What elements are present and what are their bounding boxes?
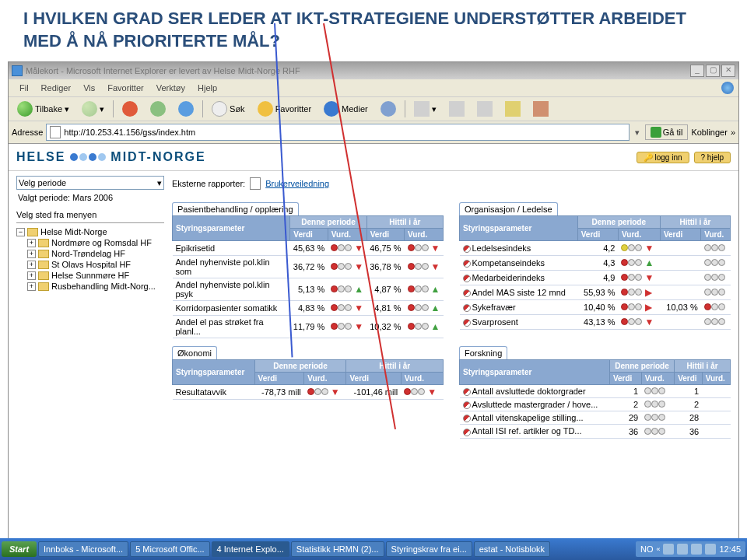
location-tree: −Helse Midt-Norge +Nordmøre og Romsdal H… bbox=[16, 226, 164, 292]
pasient-rows: Epikrisetid45,63 % ▼46,75 % ▼Andel nyhen… bbox=[173, 241, 444, 338]
table-row[interactable]: Svarprosent43,13 % ▼ bbox=[460, 315, 731, 330]
stop-button[interactable] bbox=[117, 99, 143, 119]
tray-icon[interactable] bbox=[691, 544, 702, 555]
table-row[interactable]: Sykefravær10,40 % ▶10,03 % bbox=[460, 300, 731, 315]
discuss-button[interactable] bbox=[500, 99, 526, 119]
favorites-button[interactable]: Favoritter bbox=[252, 99, 317, 119]
brand-midt: MIDT-NORGE bbox=[110, 150, 205, 164]
start-button[interactable]: Start bbox=[2, 541, 37, 557]
panel-pasient: Pasientbehandling / opplæring Styringspa… bbox=[172, 202, 444, 338]
task-btn[interactable]: Styringskrav fra ei... bbox=[386, 541, 472, 557]
address-input[interactable]: http://10.253.41.156/gss/index.htm bbox=[46, 124, 629, 141]
media-button[interactable]: Medier bbox=[318, 99, 374, 119]
login-button[interactable]: 🔑 logg inn bbox=[637, 152, 689, 163]
research-button[interactable] bbox=[528, 99, 554, 119]
address-text: http://10.253.41.156/gss/index.htm bbox=[64, 128, 195, 137]
period-select[interactable]: Velg periode ▾ bbox=[16, 176, 164, 190]
folder-icon bbox=[38, 271, 49, 280]
table-row[interactable]: Andel MAS siste 12 mnd55,93 % ▶ bbox=[460, 285, 731, 300]
table-row[interactable]: Epikrisetid45,63 % ▼46,75 % ▼ bbox=[173, 241, 444, 256]
menu-vis[interactable]: Vis bbox=[77, 82, 101, 94]
go-arrow-icon bbox=[651, 127, 661, 138]
status-ring-icon bbox=[463, 260, 471, 268]
table-row[interactable]: Medarbeiderindeks4,9 ▼ bbox=[460, 271, 731, 285]
menu-verktoy[interactable]: Verktøy bbox=[150, 82, 191, 94]
panel-org: Organisasjon / Ledelse Styringsparameter… bbox=[459, 202, 731, 338]
tree-item[interactable]: +Helse Sunnmøre HF bbox=[27, 270, 164, 281]
okonomi-rows: Resultatavvik-78,73 mill ▼-101,46 mill ▼ bbox=[173, 385, 444, 400]
external-reports: Eksterne rapporter: Brukerveiledning bbox=[172, 176, 731, 194]
tree-item[interactable]: +St Olavs Hospital HF bbox=[27, 259, 164, 270]
table-row[interactable]: Andel nyhenviste pol.klin som36,72 % ▼36… bbox=[173, 256, 444, 278]
table-row[interactable]: Antall ISI ref. artikler og TD...3636 bbox=[460, 425, 731, 438]
section-title: Økonomi bbox=[172, 346, 217, 359]
address-dropdown[interactable]: ▾ bbox=[633, 128, 642, 138]
search-button[interactable]: Søk bbox=[206, 99, 251, 119]
edit-button[interactable] bbox=[472, 99, 498, 119]
lang-indicator[interactable]: NO bbox=[640, 544, 654, 554]
address-bar: Adresse http://10.253.41.156/gss/index.h… bbox=[9, 121, 738, 144]
home-button[interactable] bbox=[173, 99, 199, 119]
org-rows: Ledelsesindeks4,2 ▼Kompetanseindeks4,3 ▲… bbox=[460, 241, 731, 330]
section-title: Organisasjon / Ledelse bbox=[459, 202, 558, 215]
links-label[interactable]: Koblinger bbox=[691, 128, 727, 137]
links-chevron-icon[interactable]: » bbox=[731, 128, 735, 137]
menu-hjelp[interactable]: Hjelp bbox=[191, 82, 223, 94]
menu-favoritter[interactable]: Favoritter bbox=[101, 82, 149, 94]
status-ring-icon bbox=[463, 319, 471, 327]
task-btn[interactable]: Statistikk HRMN (2)... bbox=[291, 541, 384, 557]
doc-icon bbox=[250, 177, 261, 190]
menu-rediger[interactable]: Rediger bbox=[35, 82, 78, 94]
taskbar: Start Innboks - Microsoft... 5 Microsoft… bbox=[0, 538, 747, 560]
close-button[interactable]: ✕ bbox=[721, 65, 735, 77]
print-button[interactable] bbox=[444, 99, 470, 119]
table-row[interactable]: Resultatavvik-78,73 mill ▼-101,46 mill ▼ bbox=[173, 385, 444, 400]
table-row[interactable]: Kompetanseindeks4,3 ▲ bbox=[460, 256, 731, 271]
toolbar: Tilbake ▾ ▾ Søk Favoritter Medier ▾ bbox=[9, 97, 738, 121]
table-row[interactable]: Avsluttede mastergrader / hove...22 bbox=[460, 398, 731, 411]
table-row[interactable]: Antall avsluttede doktorgrader11 bbox=[460, 385, 731, 398]
back-button[interactable]: Tilbake ▾ bbox=[12, 99, 75, 119]
status-ring-icon bbox=[463, 429, 471, 436]
left-panel: Velg periode ▾ Valgt periode: Mars 2006 … bbox=[16, 176, 164, 438]
tree-item-root[interactable]: −Helse Midt-Norge bbox=[16, 226, 164, 237]
task-btn[interactable]: 5 Microsoft Offic... bbox=[130, 541, 209, 557]
throbber-icon bbox=[721, 82, 734, 94]
forskning-rows: Antall avsluttede doktorgrader11Avslutte… bbox=[460, 385, 731, 438]
help-button[interactable]: ? hjelp bbox=[694, 152, 731, 163]
history-button[interactable] bbox=[375, 99, 402, 119]
page-content: HELSE MIDT-NORGE 🔑 logg inn ? hjelp Velg… bbox=[9, 144, 738, 541]
folder-icon bbox=[38, 282, 49, 291]
forward-button[interactable]: ▾ bbox=[76, 99, 110, 119]
tree-item[interactable]: +Rusbehandling Midt-Norg... bbox=[27, 281, 164, 292]
minimize-button[interactable]: _ bbox=[690, 65, 704, 77]
folder-icon bbox=[38, 261, 49, 269]
status-ring-icon bbox=[463, 245, 471, 253]
go-button[interactable]: Gå til bbox=[645, 124, 689, 140]
tray-icon[interactable] bbox=[663, 544, 674, 555]
status-ring-icon bbox=[463, 388, 471, 396]
table-row[interactable]: Korridorpasienter somatikk4,83 % ▼4,81 %… bbox=[173, 301, 444, 316]
brand-helse: HELSE bbox=[16, 150, 65, 164]
table-row[interactable]: Antall vitenskapelige stilling...2928 bbox=[460, 411, 731, 425]
tree-item[interactable]: +Nordmøre og Romsdal HF bbox=[27, 237, 164, 248]
mail-button[interactable]: ▾ bbox=[409, 99, 442, 119]
system-tray[interactable]: NO « 12:45 bbox=[636, 541, 745, 557]
clock[interactable]: 12:45 bbox=[719, 544, 741, 554]
status-ring-icon bbox=[463, 415, 471, 422]
maximize-button[interactable]: ▢ bbox=[706, 65, 720, 77]
tree-item[interactable]: +Nord-Trøndelag HF bbox=[27, 248, 164, 259]
ie-icon bbox=[12, 65, 23, 76]
menubar: Fil Rediger Vis Favoritter Verktøy Hjelp bbox=[9, 79, 738, 97]
brukerveiledning-link[interactable]: Brukerveiledning bbox=[265, 179, 329, 188]
refresh-button[interactable] bbox=[145, 99, 171, 119]
task-btn-active[interactable]: 4 Internet Explo... bbox=[212, 541, 289, 557]
task-btn[interactable]: estat - Notisblokk bbox=[474, 541, 550, 557]
task-btn[interactable]: Innboks - Microsoft... bbox=[38, 541, 128, 557]
tray-icon[interactable] bbox=[677, 544, 688, 555]
table-row[interactable]: Andel nyhenviste pol.klin psyk5,13 % ▲4,… bbox=[173, 278, 444, 301]
menu-fil[interactable]: Fil bbox=[13, 82, 35, 94]
tray-icon[interactable] bbox=[705, 544, 716, 555]
table-row[interactable]: Andel el pas strøket fra planl...11,79 %… bbox=[173, 316, 444, 338]
table-row[interactable]: Ledelsesindeks4,2 ▼ bbox=[460, 241, 731, 256]
